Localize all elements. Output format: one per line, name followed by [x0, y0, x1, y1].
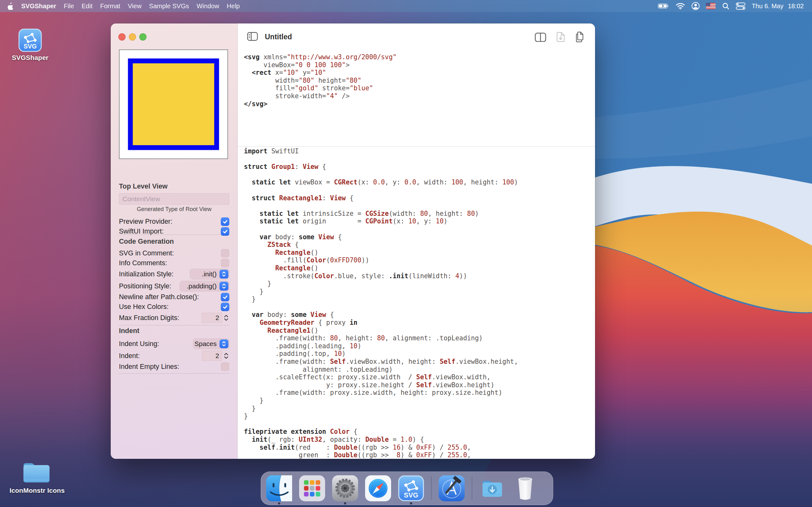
svg-text:SVG: SVG: [24, 43, 37, 50]
menu-item-help[interactable]: Help: [223, 0, 244, 12]
setting-label: Use Hex Colors:: [119, 303, 169, 311]
menu-item-view[interactable]: View: [124, 0, 145, 12]
clock-time: 18:02: [788, 3, 804, 10]
code-line: [244, 303, 518, 311]
svg-source-editor[interactable]: <svg xmlns="http://www.w3.org/2000/svg" …: [244, 53, 397, 108]
dock-item-xcode[interactable]: [439, 475, 465, 501]
minimize-button[interactable]: [129, 33, 136, 41]
code-line: .frame(width: 80, height: 80, alignment:…: [244, 334, 518, 342]
section-indent: Indent Indent Using:SpacesIndent:2Indent…: [119, 327, 229, 372]
code-line: }: [244, 397, 518, 405]
stepper-indent[interactable]: 2: [202, 351, 229, 361]
section-header: Top Level View: [119, 182, 229, 191]
sidebar-toggle-icon[interactable]: [247, 32, 258, 41]
setting-row-newline-after-path-close: Newline after Path.close():: [119, 292, 229, 302]
editor-divider: [238, 147, 595, 147]
setting-row-info-comments: Info Comments:: [119, 258, 229, 268]
desktop-icon-label: SVGShaper: [3, 54, 57, 61]
code-line: .scaleEffect(x: proxy.size.width / Self.…: [244, 373, 518, 381]
dock-item-downloads[interactable]: [479, 475, 505, 501]
code-line: struct Group1: View {: [244, 163, 518, 171]
code-line: GeometryReader { proxy in: [244, 319, 518, 327]
checkbox-info-comments[interactable]: [221, 259, 229, 268]
code-line: fill="gold" stroke="blue": [244, 84, 397, 92]
dock-item-finder[interactable]: [266, 475, 292, 501]
setting-row-indent-using: Indent Using:Spaces: [119, 338, 229, 350]
dock-item-launchpad[interactable]: [299, 475, 325, 501]
desktop-icon-folder[interactable]: IconMonstr Icons: [9, 460, 63, 494]
section-header: Code Generation: [119, 238, 229, 246]
apple-menu-icon[interactable]: [7, 3, 13, 10]
setting-label: Max Fraction Digits:: [119, 314, 179, 322]
menu-bar: SVGShaperFileEditFormatViewSample SVGsWi…: [0, 0, 812, 12]
dropdown-positioning-style[interactable]: .padding(): [180, 281, 229, 291]
code-line: static let intrinsicSize = CGSize(width:…: [244, 210, 518, 218]
keyboard-layout-icon[interactable]: [706, 3, 716, 9]
menu-clock[interactable]: Thu 6. May 18:02: [752, 3, 804, 10]
code-line: y: proxy.size.height / Self.viewBox.heig…: [244, 381, 518, 389]
svgshaper-window: Top Level View ContentView Generated Typ…: [111, 23, 595, 459]
checkbox-svg-in-comment[interactable]: [221, 249, 229, 258]
code-line: struct Reactangle1: View {: [244, 194, 518, 202]
wifi-icon[interactable]: [676, 3, 685, 10]
svg-text:SVG: SVG: [404, 492, 418, 499]
spotlight-icon[interactable]: [722, 2, 729, 10]
dock-item-trash[interactable]: [512, 475, 538, 501]
section-header: Indent: [119, 327, 229, 335]
dock-item-safari[interactable]: [365, 475, 391, 501]
dock-item-system-preferences[interactable]: [332, 475, 358, 501]
split-view-icon[interactable]: [535, 33, 546, 42]
copy-document-icon[interactable]: [575, 32, 585, 43]
dropdown-initialization-style[interactable]: .init(): [190, 269, 230, 279]
code-line: static let viewBox = CGRect(x: 0.0, y: 0…: [244, 178, 518, 186]
checkbox-use-hex-colors[interactable]: [221, 302, 229, 311]
stepper-max-fraction-digits[interactable]: 2: [202, 313, 229, 323]
field-placeholder: ContentView: [122, 195, 160, 203]
setting-label: Newline after Path.close():: [119, 293, 199, 301]
sidebar-divider: [119, 373, 229, 374]
export-document-icon[interactable]: [556, 32, 565, 42]
sidebar-divider: [119, 234, 229, 235]
setting-label: Preview Provider:: [119, 218, 172, 226]
dropdown-indent-using[interactable]: Spaces: [193, 338, 229, 349]
code-line: init(_ rgb: UInt32, opacity: Double = 1.…: [244, 436, 518, 444]
menu-item-window[interactable]: Window: [193, 0, 223, 12]
code-line: </svg>: [244, 100, 397, 108]
setting-row-indent-empty-lines: Indent Empty Lines:: [119, 362, 229, 372]
checkbox-indent-empty-lines[interactable]: [221, 362, 229, 371]
svg-preview-rect: [119, 50, 227, 158]
battery-icon[interactable]: [658, 3, 669, 9]
code-line: }: [244, 405, 518, 412]
code-line: var body: some View {: [244, 233, 518, 241]
window-sidebar: Top Level View ContentView Generated Typ…: [111, 23, 237, 459]
code-line: [244, 420, 518, 428]
code-line: <rect x="10" y="10": [244, 69, 397, 77]
code-line: }: [244, 412, 518, 420]
swift-code-output[interactable]: import SwiftUI struct Group1: View { sta…: [244, 147, 518, 459]
page-title: Untitled: [265, 33, 292, 41]
user-account-icon[interactable]: [692, 2, 700, 10]
zoom-button[interactable]: [139, 33, 147, 41]
setting-label: Info Comments:: [119, 259, 167, 267]
code-line: [244, 202, 518, 210]
control-center-icon[interactable]: [736, 3, 745, 10]
menu-item-edit[interactable]: Edit: [78, 0, 96, 12]
code-line: }: [244, 280, 518, 288]
checkbox-preview-provider[interactable]: [221, 217, 229, 226]
setting-label: Indent Using:: [119, 340, 159, 348]
close-button[interactable]: [118, 33, 125, 41]
code-line: Reactangle1(): [244, 327, 518, 335]
menu-item-sample-svgs[interactable]: Sample SVGs: [145, 0, 193, 12]
dock-separator: [472, 476, 472, 500]
checkbox-newline-after-path-close[interactable]: [221, 293, 229, 301]
top-level-view-field[interactable]: ContentView: [119, 193, 229, 205]
code-line: }: [244, 288, 518, 296]
code-line: stroke-width="4" />: [244, 92, 397, 100]
setting-label: Indent:: [119, 352, 140, 360]
menu-item-file[interactable]: File: [60, 0, 78, 12]
dock-item-svgshaper[interactable]: SVG: [398, 475, 424, 501]
desktop-icon-svgshaper[interactable]: SVG SVGShaper: [3, 29, 57, 61]
menu-item-format[interactable]: Format: [96, 0, 124, 12]
menu-item-svgshaper[interactable]: SVGShaper: [17, 0, 60, 12]
code-line: .frame(width: Self.viewBox.width, height…: [244, 358, 518, 366]
